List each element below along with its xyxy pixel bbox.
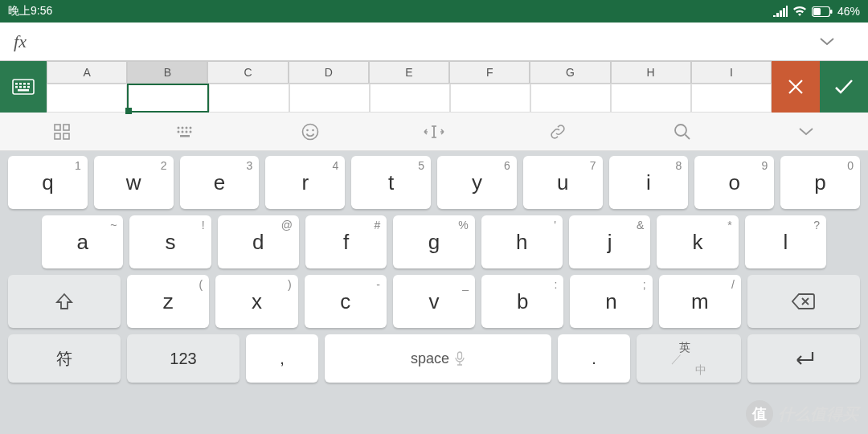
key-d[interactable]: d@ [218,215,299,268]
cancel-button[interactable] [772,61,820,113]
cell-I1[interactable] [691,84,772,113]
key-sup: _ [462,278,469,291]
keyboard-toggle-button[interactable] [0,61,47,113]
formula-input[interactable] [40,23,820,60]
svg-rect-6 [23,83,26,85]
cursor-tool[interactable] [372,125,496,139]
cell-F1[interactable] [450,84,530,113]
clipboard-tool[interactable] [496,123,620,141]
key-sup: & [637,219,644,231]
key-w[interactable]: w2 [94,156,174,209]
language-key[interactable]: 英 ／ 中 [637,334,741,383]
key-n[interactable]: n; [570,275,652,328]
key-sup: ) [288,278,292,291]
key-x[interactable]: x) [215,275,297,328]
grid-tool[interactable] [0,124,124,140]
svg-point-24 [190,130,192,133]
sheet-area: ABCDEFGHI [0,61,868,113]
svg-point-17 [178,126,180,129]
key-a[interactable]: a~ [42,215,123,268]
key-i[interactable]: i8 [609,156,689,209]
svg-point-27 [306,129,309,131]
column-header-E[interactable]: E [369,61,449,84]
key-e[interactable]: e3 [180,156,260,209]
svg-rect-13 [55,125,60,130]
key-m[interactable]: m/ [659,275,741,328]
cell-A1[interactable] [47,84,127,113]
grid-icon [54,124,70,140]
svg-point-28 [312,129,314,131]
cell-E1[interactable] [370,84,450,113]
column-header-A[interactable]: A [47,61,127,84]
chevron-down-icon [799,128,813,136]
backspace-key[interactable] [747,275,860,328]
battery-pct: 46% [837,5,860,18]
emoji-tool[interactable] [248,123,372,141]
key-v[interactable]: v_ [393,275,475,328]
cell-H1[interactable] [611,84,691,113]
key-r[interactable]: r4 [265,156,345,209]
key-f[interactable]: f# [305,215,387,268]
enter-key[interactable] [747,334,860,383]
symbol-key[interactable]: 符 [8,334,121,383]
status-time: 晚上9:56 [8,4,773,18]
column-header-C[interactable]: C [207,61,288,84]
numeric-key[interactable]: 123 [127,334,240,383]
column-header-D[interactable]: D [289,61,369,84]
column-header-B[interactable]: B [127,61,207,84]
cells-row [47,84,772,113]
soft-keyboard: q1w2e3r4t5y6u7i8o9p0 a~s!d@f#g%h'j&k*l? … [0,151,868,383]
status-right: 46% [773,5,860,18]
enter-icon [792,350,816,367]
key-sup: # [375,219,381,231]
column-header-F[interactable]: F [449,61,530,84]
svg-rect-7 [27,83,30,85]
shift-key[interactable] [8,275,121,328]
key-p[interactable]: p0 [780,156,860,209]
search-tool[interactable] [620,123,743,141]
cell-C1[interactable] [209,84,289,113]
cell-B1[interactable] [127,84,209,113]
key-c[interactable]: c- [305,275,387,328]
key-t[interactable]: t5 [351,156,431,209]
key-j[interactable]: j& [569,215,650,268]
keyboard-tool[interactable] [124,125,248,138]
column-header-G[interactable]: G [530,61,610,84]
key-z[interactable]: z( [127,275,209,328]
key-b[interactable]: b: [481,275,563,328]
key-sup: 3 [247,159,253,172]
key-u[interactable]: u7 [523,156,603,209]
accept-button[interactable] [820,61,868,113]
key-h[interactable]: h' [481,215,563,268]
keyboard-icon [12,79,35,95]
cell-D1[interactable] [289,84,370,113]
key-l[interactable]: l? [745,215,826,268]
collapse-tool[interactable] [744,128,868,136]
column-header-H[interactable]: H [611,61,691,84]
formula-expand[interactable] [820,38,868,46]
key-s[interactable]: s! [129,215,211,268]
key-sup: 7 [590,159,596,172]
svg-point-20 [190,126,192,129]
key-sup: 8 [676,159,682,172]
wifi-icon [792,6,807,17]
key-sup: @ [281,219,293,231]
signal-icon [773,6,788,17]
key-o[interactable]: o9 [694,156,774,209]
period-key[interactable]: . [558,334,630,383]
cell-G1[interactable] [530,84,611,113]
svg-point-19 [186,126,188,129]
space-key[interactable]: space [325,334,551,383]
key-g[interactable]: g% [393,215,474,268]
comma-key[interactable]: , [246,334,318,383]
key-q[interactable]: q1 [8,156,88,209]
key-k[interactable]: k* [657,215,738,268]
key-y[interactable]: y6 [437,156,517,209]
key-sup: ? [813,219,820,231]
svg-rect-9 [19,86,22,88]
close-icon [787,78,805,96]
lang-primary: 英 [671,342,706,353]
column-header-I[interactable]: I [691,61,772,84]
watermark: 值 什么值得买 [746,400,858,428]
svg-rect-25 [180,135,190,137]
